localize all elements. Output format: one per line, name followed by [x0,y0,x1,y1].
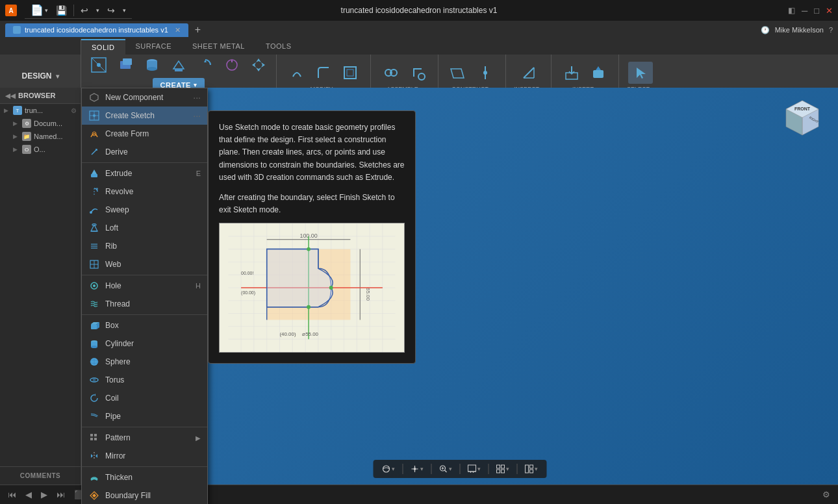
menu-item-sweep[interactable]: Sweep [82,201,207,219]
viewport-layout-btn[interactable]: ▾ [521,462,541,475]
tab-sheet-metal[interactable]: SHEET METAL [182,39,255,55]
tab-tools[interactable]: TOOLS [255,39,302,55]
measure-btn[interactable] [516,62,541,84]
browser-item-name: trun... [25,107,43,114]
redo-arrow[interactable]: ▾ [120,5,129,16]
browser-item-root[interactable]: ▶ T trun... ⚙ [0,104,81,117]
nav-first-btn[interactable]: ⏮ [5,488,19,501]
expand-icon-3: ▶ [13,133,19,140]
menu-item-create-form[interactable]: Create Form [82,125,207,143]
sweep-label: Sweep [105,205,201,214]
status-bar-left: ⏮ ◀ ▶ ⏭ ⬛ [5,488,87,501]
settings-icon[interactable]: ⚙ [820,488,833,501]
decal-btn[interactable] [586,62,611,84]
expand-icon-2: ▶ [13,120,19,127]
browser-item-document[interactable]: ▶ ⚙ Docum... [0,117,81,130]
menu-item-coil[interactable]: Coil [82,389,207,407]
fillet-btn[interactable] [311,62,336,84]
modify-press-btn[interactable] [285,62,309,84]
menu-item-sphere[interactable]: Sphere [82,353,207,371]
svg-rect-70 [91,324,97,329]
document-tab[interactable]: truncated icosidodecahedron instructable… [5,23,188,37]
menu-item-create-sketch[interactable]: Create Sketch ··· [82,107,207,125]
design-dropdown[interactable]: DESIGN ▾ [15,68,65,84]
viewport-grid-btn[interactable]: ▾ [492,462,513,475]
browser-header[interactable]: ◀◀ BROWSER [0,88,81,104]
menu-item-mirror[interactable]: Mirror [82,447,207,465]
menu-item-web[interactable]: Web [82,255,207,273]
shell-btn[interactable] [338,62,362,84]
browser-item-named[interactable]: ▶ 📁 Named... [0,130,81,143]
browser-named-name: Named... [34,132,63,140]
construct-plane-btn[interactable] [446,62,471,84]
move-ribbon-btn[interactable] [246,54,271,76]
menu-item-box[interactable]: Box [82,316,207,334]
revolve-ribbon-btn[interactable] [193,54,218,76]
extrude-icon [88,168,100,179]
history-icon[interactable]: 🕐 [761,26,770,34]
minimize-button[interactable]: ─ [802,6,807,16]
file-menu[interactable]: 📄▾ [27,2,51,18]
browser-item-settings[interactable]: ⚙ [71,107,77,114]
pattern-label: Pattern [105,433,190,442]
menu-item-torus[interactable]: Torus [82,371,207,389]
undo-arrow[interactable]: ▾ [93,5,103,16]
viewport-pan-btn[interactable]: ▾ [407,462,427,475]
cylinder-ribbon-btn[interactable] [140,54,164,76]
extrude-ribbon-btn[interactable] [166,54,191,76]
menu-item-derive[interactable]: Derive [82,143,207,161]
viewport-zoom-circle-btn[interactable]: ▾ [435,462,455,475]
solid-ribbon-btn[interactable] [113,54,138,76]
nav-cube[interactable]: FRONT RIGHT [780,97,825,143]
undo-btn[interactable]: ↩ [77,3,92,18]
menu-item-pipe[interactable]: Pipe [82,407,207,425]
svg-marker-48 [90,94,98,101]
menu-item-rib[interactable]: Rib [82,237,207,255]
close-button[interactable]: ✕ [826,6,833,16]
maximize-button[interactable]: □ [814,6,819,16]
tab-close-button[interactable]: ✕ [175,26,181,34]
new-component-label: New Component [105,93,188,102]
nav-prev-btn[interactable]: ◀ [23,488,34,501]
joint-btn[interactable] [379,62,403,84]
sketch-ribbon-btn[interactable] [86,54,111,76]
help-icon[interactable]: ? [829,26,833,34]
menu-sep-3 [82,314,207,315]
create-sketch-more: ··· [193,110,201,121]
menu-item-cylinder[interactable]: Cylinder [82,334,207,353]
viewport-display-btn[interactable]: ▾ [464,462,484,475]
pipe-label: Pipe [105,412,201,421]
nav-next-btn[interactable]: ⏭ [54,488,68,501]
folder-icon-3: O [22,145,31,154]
menu-item-boundary-fill[interactable]: Boundary Fill [82,486,207,504]
save-btn[interactable]: 💾 [53,3,70,18]
comments-panel[interactable]: COMMENTS [0,466,81,485]
menu-item-hole[interactable]: Hole H [82,277,207,295]
menu-item-thread[interactable]: Thread [82,295,207,313]
menu-item-pattern[interactable]: Pattern ▶ [82,429,207,447]
svg-point-31 [383,466,389,472]
menu-item-new-component[interactable]: New Component ··· [82,88,207,107]
menu-item-thicken[interactable]: Thicken [82,468,207,486]
construct-axis-btn[interactable] [473,62,498,84]
menu-item-revolve[interactable]: Revolve [82,183,207,201]
svg-point-32 [413,468,416,470]
svg-rect-12 [344,67,356,79]
mirror-icon [88,450,100,462]
nav-play-btn[interactable]: ▶ [38,488,50,501]
menu-item-extrude[interactable]: Extrude E [82,164,207,183]
select-btn[interactable] [628,62,653,84]
redo-btn[interactable]: ↪ [104,3,118,18]
add-tab-button[interactable]: + [191,24,205,36]
ribbon-tabs: SOLID SURFACE SHEET METAL TOOLS [81,39,301,55]
tab-solid[interactable]: SOLID [81,39,125,55]
drive-btn[interactable] [405,62,430,84]
viewport-orbit-btn[interactable]: ▾ [378,462,398,475]
tab-surface[interactable]: SURFACE [125,39,182,55]
mirror-label: Mirror [105,451,201,460]
menu-item-loft[interactable]: Loft [82,219,207,237]
browser-item-o[interactable]: ▶ O O... [0,143,81,156]
insert-btn[interactable] [559,62,584,84]
collapse-browser-icon: ◀◀ [5,92,16,99]
modify-ribbon-btn[interactable] [220,54,244,76]
